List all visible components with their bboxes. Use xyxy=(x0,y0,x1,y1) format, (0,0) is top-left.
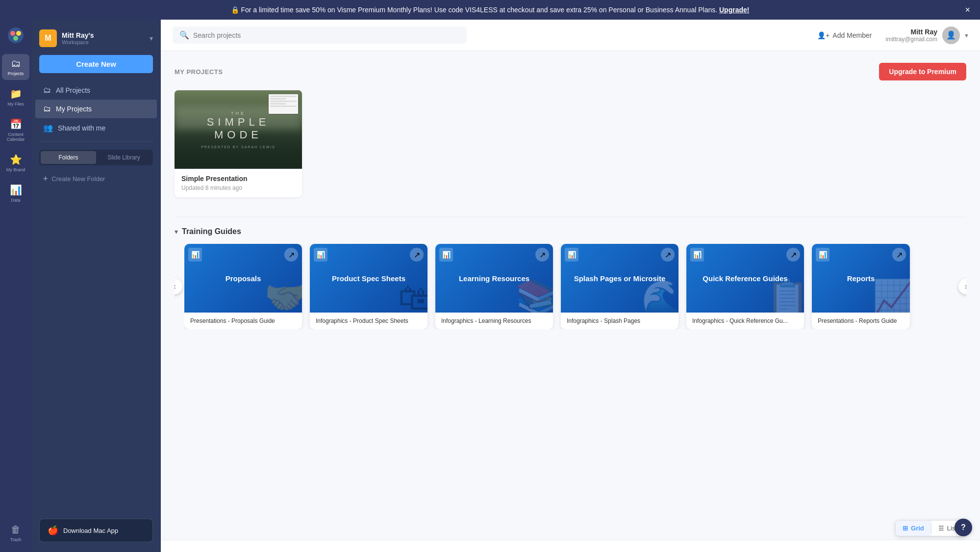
banner-upgrade-link[interactable]: Upgrade! xyxy=(719,6,749,14)
search-input[interactable] xyxy=(193,31,460,39)
bar-chart-icon-3: 📊 xyxy=(439,248,453,262)
my-brand-symbol: ⭐ xyxy=(10,154,22,165)
user-profile[interactable]: Mitt Ray imittray@gmail.com 👤 ▾ xyxy=(885,26,968,44)
project-card-simple-presentation[interactable]: THE SIMPLE MODE PRESENTED BY SARAH LEWIS xyxy=(175,90,302,197)
user-info: Mitt Ray imittray@gmail.com xyxy=(885,28,937,43)
svg-point-3 xyxy=(13,36,18,41)
svg-point-2 xyxy=(16,31,21,36)
simple-mode-text: THE SIMPLE MODE PRESENTED BY SARAH LEWIS xyxy=(201,111,276,149)
nav-icon-projects[interactable]: 🗂 Projects xyxy=(2,54,29,80)
product-spec-thumb: 📊 ↗ 🛍 Product Spec Sheets xyxy=(310,244,427,313)
training-carousel-wrapper: ‹ 📊 ↗ 🤝 Proposals Presentations - Propos… xyxy=(175,244,966,329)
grid-icon: ⊞ xyxy=(903,525,908,532)
add-member-button[interactable]: 👤+ Add Member xyxy=(811,28,878,42)
icon-rail: 🗂 Projects 📁 My Files 📅 Content Calendar… xyxy=(0,20,31,552)
bar-chart-icon-5: 📊 xyxy=(690,248,704,262)
quick-ref-thumb: 📊 ↗ 📋 Quick Reference Guides xyxy=(686,244,804,313)
create-new-button[interactable]: Create New xyxy=(39,55,153,73)
training-grid: 📊 ↗ 🤝 Proposals Presentations - Proposal… xyxy=(184,244,956,329)
project-info: Simple Presentation Updated 8 minutes ag… xyxy=(175,169,302,197)
list-icon: ☰ xyxy=(938,525,944,532)
reports-label: Presentations - Reports Guide xyxy=(812,313,910,329)
share-icon-badge: ↗ xyxy=(284,248,298,262)
proposals-label: Presentations - Proposals Guide xyxy=(184,313,302,329)
app-logo[interactable] xyxy=(6,26,25,45)
workspace-avatar: M xyxy=(39,29,57,47)
download-mac-button[interactable]: 🍎 Download Mac App xyxy=(39,519,153,542)
product-spec-label: Infographics - Product Spec Sheets xyxy=(310,313,427,329)
workspace-header[interactable]: M Mitt Ray's Workspace ▾ xyxy=(31,26,161,55)
workspace-info: Mitt Ray's Workspace xyxy=(62,31,145,45)
grid-view-button[interactable]: ⊞ Grid xyxy=(896,521,931,536)
banner-text: 🔒 For a limited time save 50% on Visme P… xyxy=(231,6,718,14)
workspace-name: Mitt Ray's xyxy=(62,31,145,39)
nav-icon-data[interactable]: 📊 Data xyxy=(2,180,29,207)
sidebar-item-all-projects[interactable]: 🗂 All Projects xyxy=(35,81,157,100)
project-name: Simple Presentation xyxy=(181,175,295,183)
user-chevron-icon: ▾ xyxy=(965,31,968,39)
view-toggle: ⊞ Grid ☰ List xyxy=(895,520,964,536)
upgrade-to-premium-button[interactable]: Upgrade to Premium xyxy=(879,63,966,80)
quick-ref-label: Infographics - Quick Reference Gu... xyxy=(686,313,804,329)
training-card-splash[interactable]: 📊 ↗ 🌊 Splash Pages or Microsite Infograp… xyxy=(561,244,678,329)
proposals-thumb: 📊 ↗ 🤝 Proposals xyxy=(184,244,302,313)
training-guides-title: Training Guides xyxy=(182,227,241,236)
sidebar-item-shared-with-me[interactable]: 👥 Shared with me xyxy=(35,118,157,137)
project-thumbnail: THE SIMPLE MODE PRESENTED BY SARAH LEWIS xyxy=(175,90,302,169)
sidebar-item-my-projects[interactable]: 🗂 My Projects xyxy=(35,100,157,118)
nav-icon-my-brand[interactable]: ⭐ My Brand xyxy=(2,150,29,176)
my-projects-title: MY PROJECTS xyxy=(175,68,223,76)
nav-icon-content-calendar[interactable]: 📅 Content Calendar xyxy=(2,114,29,146)
promo-banner: 🔒 For a limited time save 50% on Visme P… xyxy=(0,0,980,20)
splash-thumb-title: Splash Pages or Microsite xyxy=(574,274,666,283)
bar-chart-icon-6: 📊 xyxy=(816,248,829,262)
proposals-thumb-title: Proposals xyxy=(226,274,261,283)
projects-symbol: 🗂 xyxy=(11,58,21,69)
training-card-proposals[interactable]: 📊 ↗ 🤝 Proposals Presentations - Proposal… xyxy=(184,244,302,329)
folders-tabs: Folders Slide Library xyxy=(39,150,153,165)
help-button[interactable]: ? xyxy=(955,519,972,536)
quick-ref-thumb-title: Quick Reference Guides xyxy=(703,274,787,283)
folders-tab[interactable]: Folders xyxy=(41,151,96,164)
share-icon-badge-5: ↗ xyxy=(786,248,800,262)
training-card-quick-ref[interactable]: 📊 ↗ 📋 Quick Reference Guides Infographic… xyxy=(686,244,804,329)
svg-point-1 xyxy=(10,31,15,36)
nav-icon-my-files[interactable]: 📁 My Files xyxy=(2,84,29,110)
header-right: 👤+ Add Member Mitt Ray imittray@gmail.co… xyxy=(811,26,968,44)
carousel-next-button[interactable]: › xyxy=(958,279,966,294)
my-projects-icon: 🗂 xyxy=(43,105,51,113)
training-card-product-spec[interactable]: 📊 ↗ 🛍 Product Spec Sheets Infographics -… xyxy=(310,244,427,329)
trash-nav-icon[interactable]: 🗑 Trash xyxy=(2,520,29,546)
content-calendar-symbol: 📅 xyxy=(10,118,22,130)
training-card-learning[interactable]: 📊 ↗ 📚 Learning Resources Infographics - … xyxy=(435,244,553,329)
my-projects-section-header: MY PROJECTS Upgrade to Premium xyxy=(175,63,966,80)
slide-library-tab[interactable]: Slide Library xyxy=(96,151,151,164)
share-icon-badge-2: ↗ xyxy=(410,248,424,262)
user-avatar-icon: 👤 xyxy=(946,30,956,40)
bar-chart-icon: 📊 xyxy=(188,248,202,262)
training-guides-header[interactable]: ▾ Training Guides xyxy=(175,227,966,236)
shared-icon: 👥 xyxy=(43,123,53,132)
add-member-icon: 👤+ xyxy=(817,31,829,39)
carousel-prev-button[interactable]: ‹ xyxy=(175,279,182,294)
reports-thumb: 📊 ↗ 📈 Reports xyxy=(812,244,910,313)
bar-chart-icon-4: 📊 xyxy=(565,248,578,262)
main-scroll: MY PROJECTS Upgrade to Premium xyxy=(161,51,980,540)
apple-icon: 🍎 xyxy=(48,525,58,536)
product-spec-thumb-title: Product Spec Sheets xyxy=(332,274,405,283)
training-card-reports[interactable]: 📊 ↗ 📈 Reports Presentations - Reports Gu… xyxy=(812,244,910,329)
trash-symbol: 🗑 xyxy=(11,524,21,535)
left-nav-panel: M Mitt Ray's Workspace ▾ Create New 🗂 Al… xyxy=(31,20,161,552)
create-folder-button[interactable]: + Create New Folder xyxy=(35,169,157,188)
svg-point-0 xyxy=(8,27,24,43)
plus-icon: + xyxy=(43,174,48,183)
main-content: 🔍 👤+ Add Member Mitt Ray imittray@gmail.… xyxy=(161,20,980,552)
main-header: 🔍 👤+ Add Member Mitt Ray imittray@gmail.… xyxy=(161,20,980,51)
workspace-chevron-icon: ▾ xyxy=(150,34,153,42)
forest-thumbnail: THE SIMPLE MODE PRESENTED BY SARAH LEWIS xyxy=(175,90,302,169)
banner-close-icon[interactable]: × xyxy=(965,5,970,15)
training-chevron-icon: ▾ xyxy=(175,228,178,236)
training-guides-section: ▾ Training Guides ‹ 📊 ↗ 🤝 Proposals xyxy=(175,217,966,329)
search-container: 🔍 xyxy=(173,26,467,44)
search-icon: 🔍 xyxy=(179,30,189,40)
